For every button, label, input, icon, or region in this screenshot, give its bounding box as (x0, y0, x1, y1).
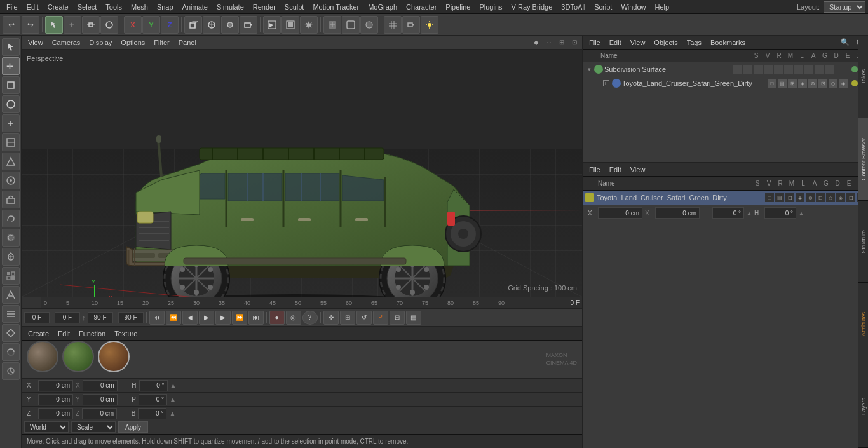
menu-animate[interactable]: Animate (179, 2, 212, 12)
attr-tag2[interactable]: ▤ (775, 193, 784, 202)
redo-button[interactable]: ↪ (22, 16, 39, 34)
tool-unknown10[interactable] (2, 286, 20, 304)
attr-edit[interactable]: Edit (606, 165, 625, 175)
help-button[interactable]: ? (302, 311, 318, 325)
rotate-tool-button[interactable] (100, 16, 118, 34)
scale-tool-button[interactable] (82, 16, 100, 34)
flag-x[interactable] (825, 65, 834, 74)
attr-tag8[interactable]: ◈ (836, 193, 845, 202)
viewport-cameras[interactable]: Cameras (48, 37, 85, 48)
move-tool-button[interactable]: ✛ (64, 16, 81, 34)
tool-rotate[interactable] (2, 95, 20, 113)
attr-tag3[interactable]: ⊞ (785, 193, 794, 202)
attr-tag4[interactable]: ◈ (796, 193, 804, 202)
mat-edit[interactable]: Edit (54, 329, 74, 339)
obj-edit[interactable]: Edit (606, 37, 625, 48)
obj-tag7[interactable]: ◇ (829, 79, 837, 88)
viewport-icon4[interactable]: ⊡ (569, 37, 580, 48)
record-button[interactable]: ● (269, 311, 285, 325)
obj-tag2[interactable]: ▤ (778, 79, 787, 88)
flag-v[interactable] (743, 65, 752, 74)
menu-script[interactable]: Script (590, 2, 616, 12)
coord-z2-val[interactable] (82, 408, 117, 419)
menu-render[interactable]: Render (249, 2, 280, 12)
viewport-icon3[interactable]: ⊞ (557, 37, 567, 48)
menu-character[interactable]: Character (402, 2, 440, 12)
material-button[interactable] (221, 16, 239, 34)
viewport-filter[interactable]: Filter (150, 37, 173, 48)
menu-snap[interactable]: Snap (153, 2, 177, 12)
viewport-icon1[interactable]: ◆ (531, 37, 541, 48)
menu-select[interactable]: Select (74, 2, 101, 12)
render-active-button[interactable] (281, 16, 299, 34)
coord-x2-val[interactable] (83, 380, 118, 391)
goto-end-button[interactable]: ⏭ (248, 311, 264, 325)
menu-plugins[interactable]: Plugins (475, 2, 506, 12)
menu-3dtoall[interactable]: 3DToAll (557, 2, 589, 12)
coord-h2-in[interactable] (764, 207, 796, 219)
dot1[interactable] (851, 66, 858, 72)
coord-x1-in[interactable] (598, 207, 642, 219)
viewport-display[interactable]: Display (85, 37, 116, 48)
scale-dropdown[interactable]: Scale (71, 421, 116, 433)
tool-select[interactable] (2, 38, 20, 56)
vtab-content[interactable]: Content Browser (858, 118, 868, 201)
motion-button4[interactable]: P (373, 311, 388, 325)
obj-tag8[interactable]: ◈ (839, 79, 848, 88)
menu-sculpt[interactable]: Sculpt (281, 2, 308, 12)
next-keyframe-button[interactable]: ⏩ (232, 311, 247, 325)
motion-button1[interactable]: ✛ (323, 311, 339, 325)
obj-objects[interactable]: Objects (650, 37, 681, 48)
tool-scale[interactable] (2, 76, 20, 94)
attr-row-toyota[interactable]: Toyota_Land_Cruiser_Safari_Green_Dirty □… (583, 191, 868, 205)
tool-unknown12[interactable] (2, 324, 20, 342)
vtab-attributes[interactable]: Attributes (858, 283, 868, 365)
tool-unknown9[interactable] (2, 267, 20, 285)
coord-h-val[interactable] (139, 380, 168, 391)
viewport-options[interactable]: Options (117, 37, 149, 48)
goto-start-button[interactable]: ⏮ (149, 311, 165, 325)
tool-unknown3[interactable] (2, 153, 20, 170)
attr-tag9[interactable]: ⊟ (846, 193, 855, 202)
tool-unknown2[interactable] (2, 133, 20, 151)
viewport-shading-button[interactable] (360, 16, 378, 34)
obj-view[interactable]: View (627, 37, 649, 48)
tool-unknown6[interactable] (2, 210, 20, 227)
flag-m[interactable] (764, 65, 773, 74)
obj-tags[interactable]: Tags (683, 37, 705, 48)
menu-mograph[interactable]: MoGraph (364, 2, 401, 12)
apply-button[interactable]: Apply (118, 421, 148, 433)
world-dropdown[interactable]: World (24, 421, 69, 433)
attr-tag1[interactable]: □ (765, 193, 774, 202)
render-view-button[interactable]: ▶ (263, 16, 281, 34)
end-frame-input2[interactable] (118, 312, 144, 323)
axis-x-button[interactable]: X (124, 16, 142, 34)
timeline-ruler[interactable]: 0 5 10 15 20 25 30 35 40 45 50 55 60 65 (22, 297, 582, 308)
obj-tag4[interactable]: ◈ (798, 79, 807, 88)
mat-function[interactable]: Function (75, 329, 109, 339)
tool-unknown8[interactable] (2, 248, 20, 266)
menu-help[interactable]: Help (651, 2, 674, 12)
coord-b-val[interactable] (138, 408, 166, 419)
obj-tag5[interactable]: ⊛ (808, 79, 817, 88)
tool-unknown7[interactable] (2, 229, 20, 247)
coord-h-in[interactable] (712, 207, 744, 219)
menu-vray[interactable]: V-Ray Bridge (508, 2, 557, 12)
viewport-view[interactable]: View (24, 37, 47, 48)
dot-yellow[interactable] (851, 80, 858, 86)
mat-create[interactable]: Create (24, 329, 53, 339)
prev-frame-button[interactable]: ◀ (182, 311, 198, 325)
viewport-icon2[interactable]: ↔ (544, 37, 554, 48)
render-settings-button[interactable] (300, 16, 318, 34)
menu-motiontracker[interactable]: Motion Tracker (309, 2, 363, 12)
attr-view[interactable]: View (627, 165, 649, 175)
motion-button6[interactable]: ▤ (406, 311, 421, 325)
tool-unknown5[interactable] (2, 191, 20, 208)
motion-button2[interactable]: ⊞ (340, 311, 355, 325)
select-tool-button[interactable] (45, 16, 63, 34)
camera-button[interactable] (240, 16, 257, 34)
coord-z-pos[interactable] (38, 408, 73, 419)
vtab-layers[interactable]: Layers (858, 365, 868, 448)
flag-r[interactable] (754, 65, 763, 74)
menu-file[interactable]: File (3, 2, 22, 12)
